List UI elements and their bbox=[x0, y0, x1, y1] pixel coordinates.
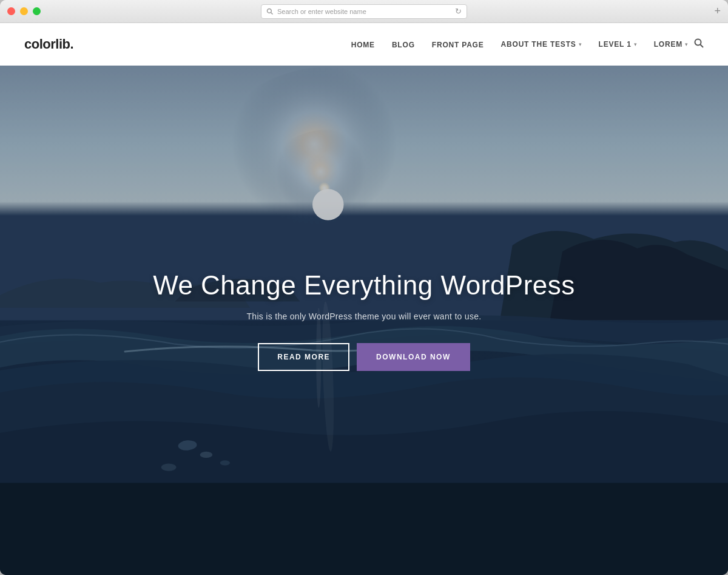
address-text: Search or enter website name bbox=[277, 8, 451, 15]
nav-item-level1[interactable]: LEVEL 1 ▾ bbox=[599, 40, 637, 49]
maximize-button[interactable] bbox=[33, 7, 41, 15]
nav-item-frontpage[interactable]: FRONT PAGE bbox=[432, 39, 484, 50]
browser-titlebar: Search or enter website name ↻ + bbox=[0, 0, 728, 23]
nav-dropdown-about[interactable]: ABOUT THE TESTS ▾ bbox=[501, 40, 582, 49]
nav-link-blog[interactable]: BLOG bbox=[392, 41, 415, 49]
svg-line-1 bbox=[271, 12, 273, 14]
nav-dropdown-level1[interactable]: LEVEL 1 ▾ bbox=[599, 40, 637, 49]
svg-line-3 bbox=[701, 45, 704, 48]
chevron-down-icon: ▾ bbox=[685, 41, 688, 47]
hero-buttons: READ MORE DOWNLOAD NOW bbox=[153, 343, 575, 371]
read-more-button[interactable]: READ MORE bbox=[258, 343, 349, 371]
hero-title: We Change Everything WordPress bbox=[153, 270, 575, 301]
website-content: colorlib. HOME BLOG FRONT PAGE ABOUT THE… bbox=[0, 23, 728, 575]
navigation-bar: colorlib. HOME BLOG FRONT PAGE ABOUT THE… bbox=[0, 23, 728, 66]
chevron-down-icon: ▾ bbox=[634, 41, 637, 47]
site-logo[interactable]: colorlib. bbox=[24, 36, 73, 52]
browser-window: Search or enter website name ↻ + colorli… bbox=[0, 0, 728, 575]
nav-menu: HOME BLOG FRONT PAGE ABOUT THE TESTS ▾ bbox=[351, 39, 688, 50]
hero-section: We Change Everything WordPress This is t… bbox=[0, 66, 728, 575]
nav-link-level1[interactable]: LEVEL 1 bbox=[599, 40, 632, 49]
nav-link-about[interactable]: ABOUT THE TESTS bbox=[501, 40, 576, 49]
nav-link-frontpage[interactable]: FRONT PAGE bbox=[432, 41, 484, 49]
nav-item-home[interactable]: HOME bbox=[351, 39, 375, 50]
svg-point-2 bbox=[695, 39, 701, 46]
nav-search-icon[interactable] bbox=[694, 38, 704, 50]
close-button[interactable] bbox=[7, 7, 15, 15]
new-tab-button[interactable]: + bbox=[714, 5, 721, 18]
search-icon bbox=[266, 8, 274, 15]
nav-item-lorem[interactable]: LOREM ▾ bbox=[654, 40, 688, 49]
nav-item-blog[interactable]: BLOG bbox=[392, 39, 415, 50]
browser-control-buttons bbox=[7, 7, 41, 15]
nav-item-about[interactable]: ABOUT THE TESTS ▾ bbox=[501, 40, 582, 49]
chevron-down-icon: ▾ bbox=[579, 41, 582, 47]
address-bar[interactable]: Search or enter website name ↻ bbox=[261, 4, 467, 19]
nav-link-home[interactable]: HOME bbox=[351, 41, 375, 49]
nav-dropdown-lorem[interactable]: LOREM ▾ bbox=[654, 40, 688, 49]
download-now-button[interactable]: DOWNLOAD NOW bbox=[357, 343, 470, 371]
hero-subtitle: This is the only WordPress theme you wil… bbox=[153, 311, 575, 321]
nav-link-lorem[interactable]: LOREM bbox=[654, 40, 682, 49]
hero-content: We Change Everything WordPress This is t… bbox=[141, 258, 587, 383]
minimize-button[interactable] bbox=[20, 7, 28, 15]
refresh-icon[interactable]: ↻ bbox=[455, 7, 462, 16]
svg-point-0 bbox=[268, 9, 272, 13]
